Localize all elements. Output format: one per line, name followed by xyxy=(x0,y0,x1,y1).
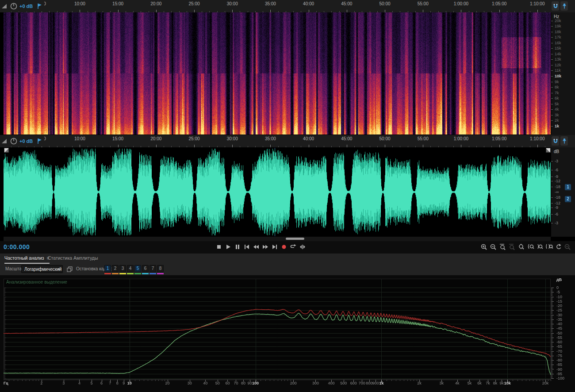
spectrogram-display[interactable] xyxy=(4,12,551,135)
zoom-in-amplitude-button[interactable] xyxy=(499,243,507,251)
hold-button-label: 6 xyxy=(142,265,149,272)
frequency-ruler-tick xyxy=(551,59,553,60)
x-tick-label: 500 xyxy=(340,381,347,385)
timeline-label: 25:00 xyxy=(188,1,199,6)
magnet-icon xyxy=(552,3,559,9)
x-tick-label: 4k xyxy=(455,381,460,385)
zoom-selection-button[interactable] xyxy=(518,243,525,251)
hold-button-8[interactable]: 8 xyxy=(157,265,164,274)
panel-tab-bar: Частотный анализ≡ Статистика Амплитуды xyxy=(0,254,575,264)
gain-hud-label[interactable]: +0 dB xyxy=(19,4,33,9)
copy-graph-button[interactable] xyxy=(65,265,73,273)
y-tick-label: -100 xyxy=(556,376,564,380)
pause-button[interactable] xyxy=(234,243,242,251)
channel-1-button[interactable]: 1 xyxy=(565,184,571,190)
zoom-in-point-button[interactable] xyxy=(527,243,535,251)
timeline-label: 45:00 xyxy=(341,136,352,141)
volume-knob-icon[interactable] xyxy=(10,137,18,145)
chevron-down-icon xyxy=(58,269,60,270)
snapping-toggle-button[interactable] xyxy=(552,136,559,146)
zoom-out-point-button[interactable] xyxy=(536,243,544,251)
y-tick-label: -90 xyxy=(556,367,562,372)
hold-button-6[interactable]: 6 xyxy=(142,265,149,274)
x-tick-label: 100 xyxy=(252,381,259,385)
x-tick-label: 7 xyxy=(109,381,111,385)
gain-hud-label[interactable]: +0 dB xyxy=(19,138,33,144)
fade-in-handle[interactable] xyxy=(4,148,9,153)
amplitude-envelope-icon[interactable] xyxy=(1,138,8,145)
scrollbar-thumb[interactable] xyxy=(286,238,304,240)
amplitude-ruler-tick xyxy=(551,203,553,204)
amplitude-envelope-icon[interactable] xyxy=(1,3,8,10)
rewind-button[interactable] xyxy=(252,243,260,251)
restore-zoom-button[interactable] xyxy=(555,243,563,251)
frequency-ruler-label: 1k xyxy=(555,124,559,128)
frequency-ruler-label: 11k xyxy=(555,68,561,73)
marker-add-button[interactable] xyxy=(560,1,568,11)
marker-flag-icon[interactable] xyxy=(37,3,42,9)
marker-add-button[interactable] xyxy=(560,136,568,146)
skip-selection-button[interactable] xyxy=(299,243,307,251)
zoom-to-selection-button[interactable] xyxy=(545,243,553,251)
scale-select-value: Логарифмический xyxy=(24,267,61,272)
frequency-ruler-tick xyxy=(551,48,553,49)
frequency-ruler-tick xyxy=(551,70,553,71)
amplitude-ruler-label: -18 xyxy=(555,195,560,200)
hold-button-7[interactable]: 7 xyxy=(150,265,156,274)
amplitude-ruler[interactable]: dB -3-3-6-6-9-9-12-12-18-18-∞ xyxy=(551,147,575,237)
frequency-ruler[interactable]: Hz 20k19k18k17k16k15k14k13k12k11k10k9k8k… xyxy=(551,12,575,135)
x-tick-label: 9k xyxy=(499,381,504,385)
horizontal-scrollbar[interactable] xyxy=(4,237,551,241)
waveform-display[interactable] xyxy=(4,147,551,237)
loop-playback-button[interactable] xyxy=(289,243,297,251)
fast-forward-button[interactable] xyxy=(261,243,269,251)
tab-label: Статистика Амплитуды xyxy=(48,255,98,261)
x-tick-label: 6 xyxy=(100,381,103,385)
hold-button-1[interactable]: 1 xyxy=(104,265,111,274)
fade-out-handle[interactable] xyxy=(546,148,551,153)
zoom-out-amplitude-button[interactable] xyxy=(508,243,516,251)
frequency-ruler-tick xyxy=(551,32,553,32)
frequency-ruler-label: 16k xyxy=(555,41,561,45)
y-tick-label: -15 xyxy=(556,299,562,304)
volume-knob-icon[interactable] xyxy=(10,2,18,10)
x-tick-label: 90 xyxy=(248,381,252,385)
hold-button-4[interactable]: 4 xyxy=(127,265,134,274)
stop-button[interactable] xyxy=(215,243,223,251)
timeline-label: 1:00:00 xyxy=(454,1,468,6)
channel-2-button[interactable]: 2 xyxy=(565,196,571,202)
timeline-ruler-waveform[interactable]: 5:0010:0015:0020:0025:0030:0035:0040:004… xyxy=(0,135,551,147)
tab-amplitude-statistics[interactable]: Статистика Амплитуды xyxy=(48,254,98,263)
tab-frequency-analysis[interactable]: Частотный анализ≡ xyxy=(4,254,50,264)
frequency-ruler-label: 4k xyxy=(555,107,559,111)
timeline-label: 1:10:00 xyxy=(530,1,544,6)
play-button[interactable] xyxy=(224,243,232,251)
spectral-panel: 5:0010:0015:0020:0025:0030:0035:0040:004… xyxy=(0,0,575,135)
frequency-ruler-label: 20k xyxy=(555,19,561,23)
amplitude-ruler-label: -6 xyxy=(555,168,558,172)
record-button[interactable] xyxy=(280,243,288,251)
timeline-label: 55:00 xyxy=(418,1,429,6)
timeline-ruler-spectral[interactable]: 5:0010:0015:0020:0025:0030:0035:0040:004… xyxy=(0,0,551,12)
frequency-ruler-label: 9k xyxy=(555,80,559,84)
zoom-out-button[interactable] xyxy=(490,243,498,251)
time-display[interactable]: 0:00.000 xyxy=(4,243,30,250)
frequency-ruler-label: 13k xyxy=(555,57,561,61)
snapping-toggle-button[interactable] xyxy=(552,1,559,11)
hold-button-label: 5 xyxy=(134,265,141,272)
hold-button-2[interactable]: 2 xyxy=(112,265,119,274)
amplitude-ruler-tick xyxy=(551,177,553,177)
skip-to-end-button[interactable] xyxy=(271,243,279,251)
zoom-full-button[interactable] xyxy=(564,243,572,251)
skip-to-start-button[interactable] xyxy=(243,243,251,251)
zoom-in-button[interactable] xyxy=(480,243,488,251)
marker-flag-icon[interactable] xyxy=(37,138,42,144)
hold-button-5[interactable]: 5 xyxy=(134,265,141,274)
hold-button-3[interactable]: 3 xyxy=(119,265,126,274)
timeline-label: 45:00 xyxy=(341,1,352,6)
y-tick-label: -5 xyxy=(556,290,560,294)
scale-select[interactable]: Логарифмический xyxy=(21,265,63,273)
x-tick-label: 400 xyxy=(328,381,335,385)
frequency-ruler-tick xyxy=(551,21,553,21)
frequency-ruler-label: 6k xyxy=(555,96,559,100)
